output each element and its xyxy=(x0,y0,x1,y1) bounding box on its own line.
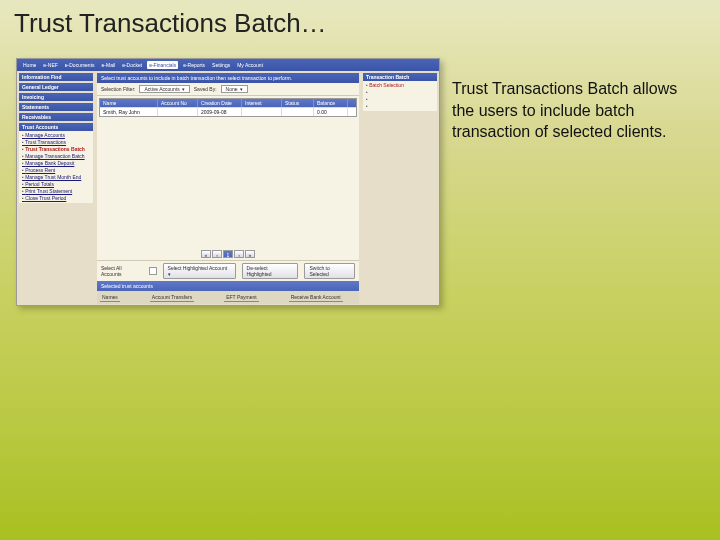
tab-receive-bank[interactable]: Receive Bank Account xyxy=(289,293,343,302)
col-balance[interactable]: Balance xyxy=(314,99,348,107)
bottom-tabs: Names Account Transfers EFT Payment Rece… xyxy=(97,291,359,304)
accounts-grid: Name Account No Creation Date Interest S… xyxy=(99,98,357,117)
selected-accounts-header: Selected trust accounts xyxy=(97,281,359,291)
select-all-checkbox[interactable] xyxy=(149,267,157,275)
cell-status xyxy=(282,108,314,116)
link-close-trust-period[interactable]: Close Trust Period xyxy=(22,195,90,202)
savedby-select[interactable]: None xyxy=(221,85,248,93)
nav-enef[interactable]: e-NEF xyxy=(41,61,59,69)
nav-edocs[interactable]: e-Documents xyxy=(63,61,97,69)
pager-next[interactable]: › xyxy=(234,250,244,258)
filter-bar: Selection Filter: Active Accounts Saved … xyxy=(97,83,359,96)
right-sidebar: Transaction Batch Batch Selection xyxy=(361,71,439,306)
grid-header: Name Account No Creation Date Interest S… xyxy=(100,99,356,107)
panel-statements[interactable]: Statements xyxy=(19,103,93,111)
pager-last[interactable]: » xyxy=(245,250,255,258)
selection-bar: Select All Accounts Select Highlighted A… xyxy=(97,260,359,281)
grid-empty-area xyxy=(97,119,359,248)
slide-title: Trust Transactions Batch… xyxy=(14,8,327,39)
pager-first[interactable]: « xyxy=(201,250,211,258)
filter-accounts-select[interactable]: Active Accounts xyxy=(139,85,189,93)
nav-edocket[interactable]: e-Docket xyxy=(120,61,144,69)
top-nav: Home e-NEF e-Documents e-Mail e-Docket e… xyxy=(17,59,439,71)
chevron-down-icon xyxy=(182,85,185,93)
select-all-label: Select All Accounts xyxy=(101,265,143,277)
panel-trust-accounts[interactable]: Trust Accounts xyxy=(19,123,93,131)
nav-email[interactable]: e-Mail xyxy=(100,61,118,69)
link-manage-bank-deposit[interactable]: Manage Bank Deposit xyxy=(22,160,90,167)
pager-page-1[interactable]: 1 xyxy=(223,250,233,258)
select-highlighted-button[interactable]: Select Highlighted Account ▾ xyxy=(163,263,236,279)
cell-creation: 2009-09-08 xyxy=(198,108,242,116)
cell-balance: 0.00 xyxy=(314,108,348,116)
link-batch-4[interactable] xyxy=(366,103,434,110)
app-body: Information Find General Ledger Invoicin… xyxy=(17,71,439,306)
cell-interest xyxy=(242,108,282,116)
link-batch-3[interactable] xyxy=(366,96,434,103)
deselect-highlighted-button[interactable]: De-select Highlighted xyxy=(242,263,299,279)
left-sidebar: Information Find General Ledger Invoicin… xyxy=(17,71,95,306)
center-pane: Select trust accounts to include in batc… xyxy=(97,73,359,304)
link-manage-transaction-batch[interactable]: Manage Transaction Batch xyxy=(22,153,90,160)
cell-name: Smith, Ray John xyxy=(100,108,158,116)
link-trust-transactions[interactable]: Trust Transactions xyxy=(22,139,90,146)
pager-prev[interactable]: ‹ xyxy=(212,250,222,258)
col-creation[interactable]: Creation Date xyxy=(198,99,242,107)
link-batch-selection[interactable]: Batch Selection xyxy=(366,82,434,89)
tab-eft-payment[interactable]: EFT Payment xyxy=(224,293,258,302)
panel-info-find[interactable]: Information Find xyxy=(19,73,93,81)
nav-efinancials[interactable]: e-Financials xyxy=(147,61,178,69)
switch-selected-button[interactable]: Switch to Selected xyxy=(304,263,355,279)
link-period-totals[interactable]: Period Totals xyxy=(22,181,90,188)
link-batch-2[interactable] xyxy=(366,89,434,96)
tab-account-transfers[interactable]: Account Transfers xyxy=(150,293,194,302)
nav-home[interactable]: Home xyxy=(21,61,38,69)
nav-myaccount[interactable]: My Account xyxy=(235,61,265,69)
table-row[interactable]: Smith, Ray John 2009-09-08 0.00 xyxy=(100,107,356,116)
link-manage-accounts[interactable]: Manage Accounts xyxy=(22,132,90,139)
panel-transaction-batch[interactable]: Transaction Batch xyxy=(363,73,437,81)
panel-receivables[interactable]: Receivables xyxy=(19,113,93,121)
filter-label: Selection Filter: xyxy=(101,86,135,92)
link-print-trust-statement[interactable]: Print Trust Statement xyxy=(22,188,90,195)
nav-settings[interactable]: Settings xyxy=(210,61,232,69)
nav-ereports[interactable]: e-Reports xyxy=(181,61,207,69)
chevron-down-icon xyxy=(240,85,243,93)
panel-invoicing[interactable]: Invoicing xyxy=(19,93,93,101)
pager: « ‹ 1 › » xyxy=(97,248,359,260)
link-manage-trust-month-end[interactable]: Manage Trust Month End xyxy=(22,174,90,181)
link-trust-transactions-batch[interactable]: Trust Transactions Batch xyxy=(22,146,90,153)
cell-accountno xyxy=(158,108,198,116)
trust-links: Manage Accounts Trust Transactions Trust… xyxy=(19,131,93,203)
app-window: Home e-NEF e-Documents e-Mail e-Docket e… xyxy=(16,58,440,306)
savedby-label: Saved By: xyxy=(194,86,217,92)
tab-names[interactable]: Names xyxy=(100,293,120,302)
slide: Trust Transactions Batch… Home e-NEF e-D… xyxy=(0,0,720,540)
link-process-rent[interactable]: Process Rent xyxy=(22,167,90,174)
col-name[interactable]: Name xyxy=(100,99,158,107)
transaction-batch-links: Batch Selection xyxy=(363,81,437,111)
slide-description: Trust Transactions Batch allows the user… xyxy=(452,78,702,143)
col-accountno[interactable]: Account No xyxy=(158,99,198,107)
col-interest[interactable]: Interest xyxy=(242,99,282,107)
col-status[interactable]: Status xyxy=(282,99,314,107)
panel-general-ledger[interactable]: General Ledger xyxy=(19,83,93,91)
instruction-bar: Select trust accounts to include in batc… xyxy=(97,73,359,83)
